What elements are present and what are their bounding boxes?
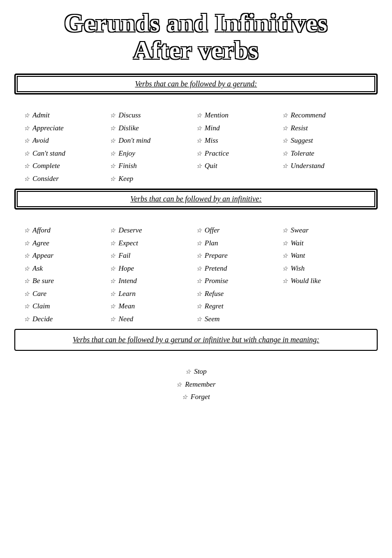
list-item: ☆ Suggest bbox=[282, 135, 368, 146]
star-icon: ☆ bbox=[282, 112, 288, 118]
list-item: ☆ Be sure bbox=[24, 275, 110, 286]
list-item: ☆ Hope bbox=[110, 263, 196, 274]
infinitive-section-header: Verbs that can be followed by an infinit… bbox=[14, 189, 378, 210]
star-icon: ☆ bbox=[110, 125, 116, 131]
list-item: ☆ Appear bbox=[24, 250, 110, 261]
list-item: ☆ Avoid bbox=[24, 135, 110, 146]
list-item: ☆ Discuss bbox=[110, 110, 196, 121]
list-item: ☆ Quit bbox=[196, 160, 282, 171]
list-item: ☆ Enjoy bbox=[110, 148, 196, 159]
list-item: ☆ Admit bbox=[24, 110, 110, 121]
star-icon: ☆ bbox=[196, 163, 202, 169]
both-word-list: ☆ Stop ☆ Remember ☆ Forget bbox=[14, 359, 378, 407]
star-icon: ☆ bbox=[196, 265, 202, 272]
star-icon: ☆ bbox=[282, 265, 288, 272]
list-item: ☆ Tolerate bbox=[282, 148, 368, 159]
list-item: ☆ Want bbox=[282, 250, 368, 261]
star-icon: ☆ bbox=[282, 137, 288, 144]
list-item: ☆ Offer bbox=[196, 225, 282, 236]
star-icon: ☆ bbox=[110, 176, 116, 182]
list-item: ☆ Wait bbox=[282, 238, 368, 249]
list-item: ☆ Refuse bbox=[196, 288, 282, 299]
infinitive-section-title: Verbs that can be followed by an infinit… bbox=[130, 195, 262, 203]
list-item: ☆ Practice bbox=[196, 148, 282, 159]
star-icon: ☆ bbox=[110, 227, 116, 233]
gerund-section-title: Verbs that can be followed by a gerund: bbox=[135, 80, 257, 88]
gerund-section-header: Verbs that can be followed by a gerund: bbox=[14, 74, 378, 95]
star-icon: ☆ bbox=[196, 112, 202, 118]
star-icon: ☆ bbox=[110, 163, 116, 169]
star-icon: ☆ bbox=[24, 240, 30, 246]
list-item: ☆ Forget bbox=[182, 391, 210, 402]
title-line2: After verbs bbox=[14, 37, 378, 64]
both-section-header: Verbs that can be followed by a gerund o… bbox=[14, 329, 378, 351]
list-item: ☆ Plan bbox=[196, 238, 282, 249]
infinitive-col-1: ☆ Afford ☆ Agree ☆ Appear ☆ Ask ☆ Be sur… bbox=[24, 225, 110, 324]
list-item: ☆ Recommend bbox=[282, 110, 368, 121]
star-icon: ☆ bbox=[24, 291, 30, 297]
star-icon: ☆ bbox=[110, 291, 116, 297]
star-icon: ☆ bbox=[24, 316, 30, 322]
list-item: ☆ Learn bbox=[110, 288, 196, 299]
star-icon: ☆ bbox=[196, 125, 202, 131]
star-icon: ☆ bbox=[110, 137, 116, 144]
list-item: ☆ Regret bbox=[196, 301, 282, 312]
star-icon: ☆ bbox=[110, 112, 116, 118]
list-item: ☆ Don't mind bbox=[110, 135, 196, 146]
star-icon: ☆ bbox=[24, 303, 30, 309]
star-icon: ☆ bbox=[24, 137, 30, 144]
gerund-col-2: ☆ Discuss ☆ Dislike ☆ Don't mind ☆ Enjoy… bbox=[110, 110, 196, 184]
star-icon: ☆ bbox=[282, 227, 288, 233]
list-item: ☆ Pretend bbox=[196, 263, 282, 274]
list-item: ☆ Resist bbox=[282, 123, 368, 134]
list-item: ☆ Claim bbox=[24, 301, 110, 312]
star-icon: ☆ bbox=[110, 265, 116, 272]
list-item: ☆ Swear bbox=[282, 225, 368, 236]
list-item: ☆ Can't stand bbox=[24, 148, 110, 159]
infinitive-col-3: ☆ Offer ☆ Plan ☆ Prepare ☆ Pretend ☆ Pro… bbox=[196, 225, 282, 324]
list-item: ☆ Remember bbox=[176, 379, 215, 390]
list-item: ☆ Deserve bbox=[110, 225, 196, 236]
list-item: ☆ Expect bbox=[110, 238, 196, 249]
star-icon: ☆ bbox=[24, 125, 30, 131]
star-icon: ☆ bbox=[176, 381, 182, 388]
star-icon: ☆ bbox=[282, 278, 288, 284]
star-icon: ☆ bbox=[110, 150, 116, 157]
star-icon: ☆ bbox=[24, 112, 30, 118]
list-item: ☆ Mention bbox=[196, 110, 282, 121]
star-icon: ☆ bbox=[24, 163, 30, 169]
list-item: ☆ Afford bbox=[24, 225, 110, 236]
star-icon: ☆ bbox=[110, 278, 116, 284]
star-icon: ☆ bbox=[110, 303, 116, 309]
list-item: ☆ Ask bbox=[24, 263, 110, 274]
list-item: ☆ Stop bbox=[185, 366, 207, 377]
star-icon: ☆ bbox=[24, 150, 30, 157]
star-icon: ☆ bbox=[282, 125, 288, 131]
list-item: ☆ Consider bbox=[24, 173, 110, 184]
star-icon: ☆ bbox=[185, 368, 191, 375]
list-item: ☆ Seem bbox=[196, 314, 282, 325]
list-item: ☆ Finish bbox=[110, 160, 196, 171]
star-icon: ☆ bbox=[282, 253, 288, 259]
list-item: ☆ Fail bbox=[110, 250, 196, 261]
star-icon: ☆ bbox=[196, 137, 202, 144]
star-icon: ☆ bbox=[110, 316, 116, 322]
title-line1: Gerunds and Infinitives bbox=[14, 10, 378, 37]
infinitive-col-2: ☆ Deserve ☆ Expect ☆ Fail ☆ Hope ☆ Inten… bbox=[110, 225, 196, 324]
star-icon: ☆ bbox=[282, 150, 288, 157]
page-title: Gerunds and Infinitives After verbs bbox=[14, 10, 378, 64]
infinitive-col-4: ☆ Swear ☆ Wait ☆ Want ☆ Wish ☆ Would lik… bbox=[282, 225, 368, 324]
star-icon: ☆ bbox=[196, 150, 202, 157]
list-item: ☆ Appreciate bbox=[24, 123, 110, 134]
list-item: ☆ Wish bbox=[282, 263, 368, 274]
list-item: ☆ Agree bbox=[24, 238, 110, 249]
both-section-title: Verbs that can be followed by a gerund o… bbox=[73, 336, 319, 344]
list-item: ☆ Mind bbox=[196, 123, 282, 134]
list-item: ☆ Decide bbox=[24, 314, 110, 325]
star-icon: ☆ bbox=[282, 163, 288, 169]
list-item: ☆ Promise bbox=[196, 275, 282, 286]
list-item: ☆ Intend bbox=[110, 275, 196, 286]
infinitive-word-columns: ☆ Afford ☆ Agree ☆ Appear ☆ Ask ☆ Be sur… bbox=[14, 218, 378, 329]
star-icon: ☆ bbox=[196, 303, 202, 309]
star-icon: ☆ bbox=[24, 265, 30, 272]
